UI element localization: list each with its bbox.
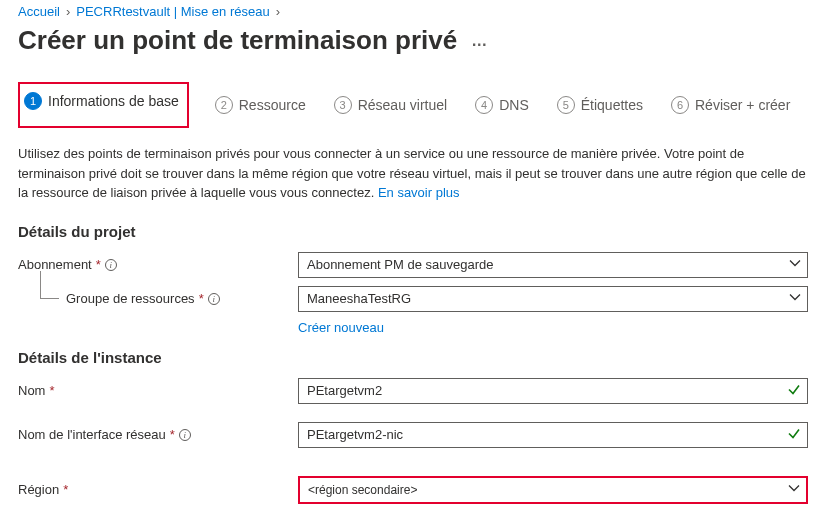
- chevron-down-icon: [789, 257, 801, 272]
- name-input[interactable]: PEtargetvm2: [298, 378, 808, 404]
- label-region: Région: [18, 482, 59, 497]
- required-asterisk-icon: *: [199, 291, 204, 306]
- create-new-rg: Créer nouveau: [298, 320, 809, 335]
- breadcrumb-vault[interactable]: PECRRtestvault | Mise en réseau: [76, 4, 269, 19]
- checkmark-icon: [787, 426, 801, 443]
- tab-label: Réviser + créer: [695, 97, 790, 113]
- tab-resource[interactable]: 2 Ressource: [213, 90, 308, 120]
- nic-name-input[interactable]: PEtargetvm2-nic: [298, 422, 808, 448]
- label-nic: Nom de l'interface réseau: [18, 427, 166, 442]
- highlight-box-tab1: 1 Informations de base: [18, 82, 189, 128]
- field-resource-group: Groupe de ressources * i ManeeshaTestRG: [18, 286, 809, 312]
- step-number-icon: 2: [215, 96, 233, 114]
- required-asterisk-icon: *: [49, 383, 54, 398]
- label-rg: Groupe de ressources: [66, 291, 195, 306]
- label-subscription: Abonnement: [18, 257, 92, 272]
- section-project-details: Détails du projet: [18, 223, 809, 240]
- region-select[interactable]: <région secondaire>: [298, 476, 808, 504]
- tab-label: Informations de base: [48, 93, 179, 109]
- resource-group-select[interactable]: ManeeshaTestRG: [298, 286, 808, 312]
- chevron-down-icon: [788, 482, 800, 497]
- label-name: Nom: [18, 383, 45, 398]
- step-number-icon: 3: [334, 96, 352, 114]
- breadcrumb-home[interactable]: Accueil: [18, 4, 60, 19]
- wizard-tabs: 1 Informations de base 2 Ressource 3 Rés…: [18, 82, 809, 128]
- tab-label: Réseau virtuel: [358, 97, 448, 113]
- tab-dns[interactable]: 4 DNS: [473, 90, 531, 120]
- checkmark-icon: [787, 382, 801, 399]
- step-number-icon: 1: [24, 92, 42, 110]
- info-icon[interactable]: i: [105, 259, 117, 271]
- required-asterisk-icon: *: [96, 257, 101, 272]
- field-subscription: Abonnement * i Abonnement PM de sauvegar…: [18, 252, 809, 278]
- tab-label: DNS: [499, 97, 529, 113]
- field-name: Nom * PEtargetvm2: [18, 378, 809, 404]
- info-icon[interactable]: i: [208, 293, 220, 305]
- field-region: Région * <région secondaire>: [18, 476, 809, 504]
- step-number-icon: 5: [557, 96, 575, 114]
- tab-label: Ressource: [239, 97, 306, 113]
- tab-review[interactable]: 6 Réviser + créer: [669, 90, 792, 120]
- info-icon[interactable]: i: [179, 429, 191, 441]
- section-instance-details: Détails de l'instance: [18, 349, 809, 366]
- tab-label: Étiquettes: [581, 97, 643, 113]
- chevron-right-icon: ›: [66, 4, 70, 19]
- tab-basics[interactable]: 1 Informations de base: [22, 86, 181, 116]
- chevron-right-icon: ›: [276, 4, 280, 19]
- page-title: Créer un point de terminaison privé …: [18, 25, 809, 56]
- required-asterisk-icon: *: [170, 427, 175, 442]
- step-number-icon: 6: [671, 96, 689, 114]
- field-nic-name: Nom de l'interface réseau * i PEtargetvm…: [18, 422, 809, 448]
- learn-more-link[interactable]: En savoir plus: [378, 185, 460, 200]
- tab-tags[interactable]: 5 Étiquettes: [555, 90, 645, 120]
- chevron-down-icon: [789, 291, 801, 306]
- required-asterisk-icon: *: [63, 482, 68, 497]
- more-menu-icon[interactable]: …: [471, 32, 488, 50]
- intro-text: Utilisez des points de terminaison privé…: [18, 144, 808, 203]
- tab-vnet[interactable]: 3 Réseau virtuel: [332, 90, 450, 120]
- create-new-link[interactable]: Créer nouveau: [298, 320, 384, 335]
- step-number-icon: 4: [475, 96, 493, 114]
- breadcrumb: Accueil › PECRRtestvault | Mise en résea…: [18, 4, 809, 19]
- subscription-select[interactable]: Abonnement PM de sauvegarde: [298, 252, 808, 278]
